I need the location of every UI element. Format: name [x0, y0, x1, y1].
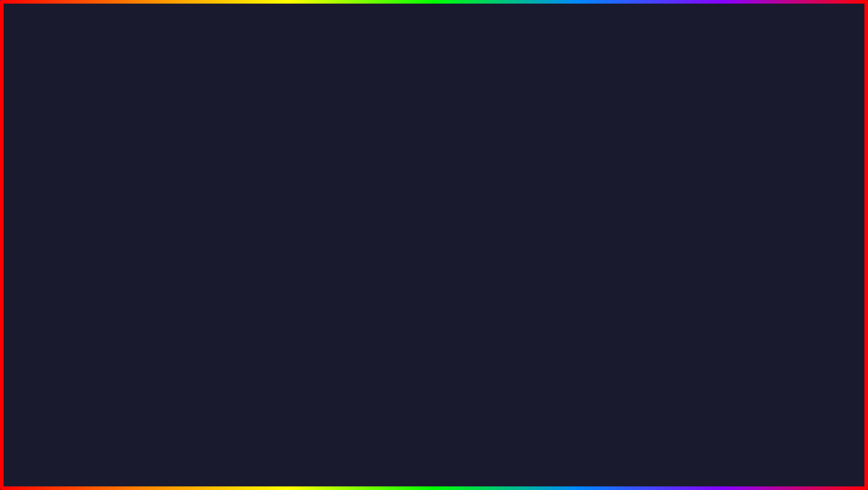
black-screen-row: 👤 Black Screen [86, 201, 300, 220]
right-sidebar-item-misc-game[interactable]: ⚙ Misc Game [563, 266, 617, 281]
right-sidebar-item-combat[interactable]: ✖ Combat [563, 194, 617, 209]
bottom-pastebin: PASTEBIN [547, 428, 801, 484]
left-panel-title: Chú Roblox BF MOBILE OR PC [33, 152, 118, 159]
auto-awakener-label: Auto Awakener [644, 207, 808, 214]
sidebar-label-general: General [44, 169, 65, 176]
main-title: BLOX FRUITS [0, 9, 868, 90]
main-container: BLOX FRUITS NO KEY !! Chú Roblox BF MOBI… [0, 0, 868, 490]
auto-buy-chip-label: Auto Buy Chip [644, 290, 808, 297]
right-panel-header: Chú Roblox BF MOBILE OR PC VERSION : Pre… [563, 149, 840, 162]
fruit-icon: 🍎 [33, 255, 40, 263]
sidebar-item-general[interactable]: 🏠 General [28, 165, 81, 180]
sidebar-item-teleport[interactable]: 📍 Teleport [28, 209, 81, 223]
skull-icon: 💀 [780, 368, 816, 404]
sidebar-label-devil-fruit: Devil Fruit [44, 256, 71, 263]
white-screen-label: White Screen [108, 229, 273, 236]
r-sidebar-label-devil-fruit: Devil Fruit [579, 256, 606, 263]
auto-dought-avatar: 👤 [90, 268, 105, 282]
auto-farm-level-row: 👤 Auto Farm Level [86, 179, 300, 198]
right-sidebar-item-teleport[interactable]: 📍 Teleport [563, 209, 617, 223]
left-section3-title: Misc Boss [86, 288, 300, 297]
bottom-script: SCRIPT [358, 428, 545, 484]
kill-aura-avatar: 👤 [626, 225, 640, 239]
left-section2-title: Dought Boss [86, 245, 300, 254]
left-panel-header: Chú Roblox BF MOBILE OR PC VERSION : Pre… [28, 149, 305, 162]
auto-buy-chip-toggle[interactable] [812, 288, 832, 298]
right-sidebar-item-dungeon[interactable]: ⊙ Dungeon [563, 223, 617, 237]
defeat-label: Defeat : 500 [86, 256, 300, 263]
white-screen-row: 👤 White Screen [86, 223, 300, 241]
black-screen-label: Black Screen [108, 207, 273, 214]
right-panel-version: VERSION : Premium [778, 152, 835, 159]
sidebar-label-auto-stats: Auto Stats [44, 184, 71, 191]
black-screen-toggle[interactable] [277, 205, 296, 215]
bf-logo: 💀 BLOX FRUITS [764, 368, 832, 445]
auto-farm-avatar: 👤 [90, 182, 105, 196]
r-sidebar-label-combat: Combat [579, 198, 600, 205]
home-icon: 🏠 [33, 169, 40, 176]
r-sidebar-label-dungeon: Dungeon [579, 227, 603, 234]
select-chips-label: Select Chips : Bird: Phoenix [627, 249, 827, 255]
no-key-badge: NO KEY !! [357, 126, 511, 163]
sidebar-item-auto-stats[interactable]: 📊 Auto Stats [28, 180, 81, 194]
auto-dought-label: Auto Dought Boss [108, 272, 273, 279]
r-teleport-icon: 📍 [568, 212, 576, 219]
kill-aura-toggle[interactable] [812, 227, 832, 237]
bf-logo-text: BLOX FRUITS [764, 404, 832, 445]
left-panel-body: 🏠 General 📊 Auto Stats ✖ Combat 📍 Telepo… [28, 162, 305, 304]
left-sidebar: 🏠 General 📊 Auto Stats ✖ Combat 📍 Telepo… [28, 162, 82, 304]
dungeon-icon: ⊙ [33, 227, 40, 234]
sidebar-item-combat[interactable]: ✖ Combat [28, 194, 81, 209]
r-sidebar-label-general: General [579, 169, 600, 176]
right-section1-title: Wait For Dungeon [622, 166, 836, 176]
auto-farm-label: Auto Farm Level [108, 186, 273, 192]
right-sidebar-item-auto-stats[interactable]: 📊 Auto Stats [563, 180, 617, 194]
auto-farm-toggle[interactable] [277, 184, 296, 194]
sidebar-label-teleport: Teleport [44, 213, 65, 219]
left-panel-content: Misc Farm 👤 Auto Farm Level 👤 Black Scre… [82, 162, 305, 304]
title-section: BLOX FRUITS [0, 9, 868, 90]
sidebar-item-buy-item[interactable]: 🛒 Buy Item [28, 237, 81, 252]
auto-select-dungeon-avatar: 👤 [626, 264, 640, 279]
right-sidebar-item-buy-item[interactable]: 🛒 Buy Item [563, 237, 617, 252]
sidebar-item-misc-game[interactable]: ⚙ Misc Game [28, 266, 81, 281]
right-panel-content: Wait For Dungeon 👤 Auto Farm Dungeon 👤 A… [617, 162, 840, 310]
right-sidebar-item-general[interactable]: 🏠 General [563, 165, 617, 180]
sidebar-label-combat: Combat [44, 198, 65, 205]
right-sidebar-item-devil-fruit[interactable]: 🍎 Devil Fruit [563, 252, 617, 266]
teleport-icon: 📍 [33, 212, 40, 219]
r-sidebar-label-misc-game: Misc Game [579, 270, 609, 277]
no-key-text: NO KEY !! [357, 126, 511, 163]
sidebar-item-dungeon[interactable]: ⊙ Dungeon [28, 223, 81, 237]
left-panel: Chú Roblox BF MOBILE OR PC VERSION : Pre… [27, 148, 306, 305]
stats-icon: 📊 [33, 183, 40, 191]
kill-aura-label: Kill Aura [644, 229, 808, 236]
bf-logo-blox: BLOX [772, 403, 824, 424]
auto-dought-toggle[interactable] [277, 270, 296, 280]
auto-awakener-row: 👤 Auto Awakener [622, 201, 836, 220]
auto-buy-chip-row: 👤 Auto Buy Chip [622, 284, 836, 303]
left-panel-version: VERSION : Premium [243, 152, 300, 159]
r-fruit-icon: 🍎 [568, 255, 576, 263]
auto-farm-dungeon-row: 👤 Auto Farm Dungeon [622, 179, 836, 198]
r-sidebar-label-auto-stats: Auto Stats [579, 184, 606, 191]
auto-select-dungeon-toggle[interactable] [812, 267, 832, 276]
auto-farm-dungeon-toggle[interactable] [812, 184, 832, 194]
right-panel: Chú Roblox BF MOBILE OR PC VERSION : Pre… [562, 148, 841, 311]
r-sidebar-label-buy-item: Buy Item [579, 241, 602, 248]
kill-aura-row: 👤 Kill Aura [622, 223, 836, 241]
select-chips-dropdown[interactable]: Select Chips : Bird: Phoenix ▾ [622, 244, 836, 259]
bottom-section: AUTO FARM SCRIPT PASTEBIN [0, 432, 868, 481]
misc-icon: ⚙ [33, 270, 40, 277]
r-cart-icon: 🛒 [568, 241, 576, 248]
auto-farm-dungeon-avatar: 👤 [626, 182, 640, 196]
r-home-icon: 🏠 [568, 169, 576, 176]
combat-icon: ✖ [33, 198, 40, 205]
auto-awakener-toggle[interactable] [812, 205, 832, 215]
white-screen-avatar: 👤 [90, 225, 105, 239]
r-stats-icon: 📊 [568, 183, 576, 191]
sidebar-item-devil-fruit[interactable]: 🍎 Devil Fruit [28, 252, 81, 266]
r-combat-icon: ✖ [568, 198, 576, 205]
white-screen-toggle[interactable] [277, 227, 296, 237]
bottom-farm: FARM [212, 428, 356, 484]
